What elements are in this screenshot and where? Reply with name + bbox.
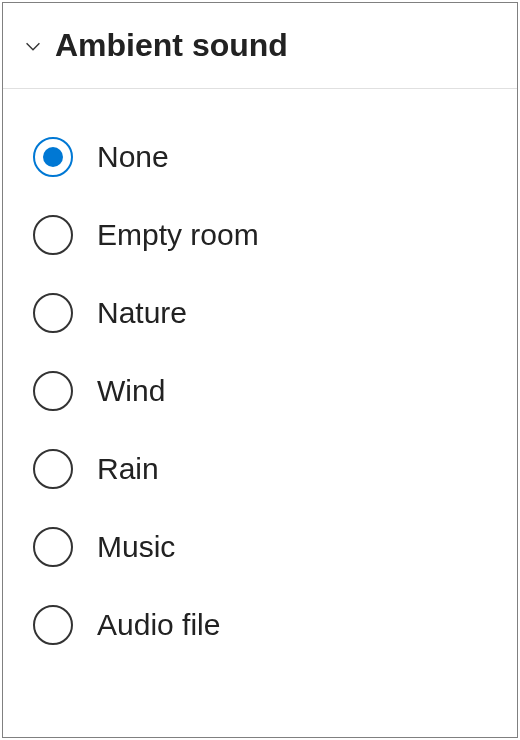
chevron-down-icon	[19, 32, 47, 60]
radio-option-wind[interactable]: Wind	[33, 371, 517, 411]
option-label: Empty room	[97, 218, 259, 252]
option-label: Nature	[97, 296, 187, 330]
radio-button[interactable]	[33, 137, 73, 177]
radio-option-empty-room[interactable]: Empty room	[33, 215, 517, 255]
options-list: None Empty room Nature Wind Rain Music A…	[3, 89, 517, 645]
radio-button[interactable]	[33, 215, 73, 255]
radio-button[interactable]	[33, 527, 73, 567]
radio-option-rain[interactable]: Rain	[33, 449, 517, 489]
radio-button[interactable]	[33, 293, 73, 333]
section-header[interactable]: Ambient sound	[3, 3, 517, 89]
radio-button[interactable]	[33, 605, 73, 645]
radio-option-music[interactable]: Music	[33, 527, 517, 567]
radio-option-nature[interactable]: Nature	[33, 293, 517, 333]
radio-button[interactable]	[33, 449, 73, 489]
option-label: Audio file	[97, 608, 220, 642]
section-title: Ambient sound	[55, 27, 288, 64]
option-label: Wind	[97, 374, 165, 408]
option-label: None	[97, 140, 169, 174]
radio-option-none[interactable]: None	[33, 137, 517, 177]
radio-option-audio-file[interactable]: Audio file	[33, 605, 517, 645]
option-label: Rain	[97, 452, 159, 486]
ambient-sound-panel: Ambient sound None Empty room Nature Win…	[2, 2, 518, 738]
radio-button[interactable]	[33, 371, 73, 411]
option-label: Music	[97, 530, 175, 564]
